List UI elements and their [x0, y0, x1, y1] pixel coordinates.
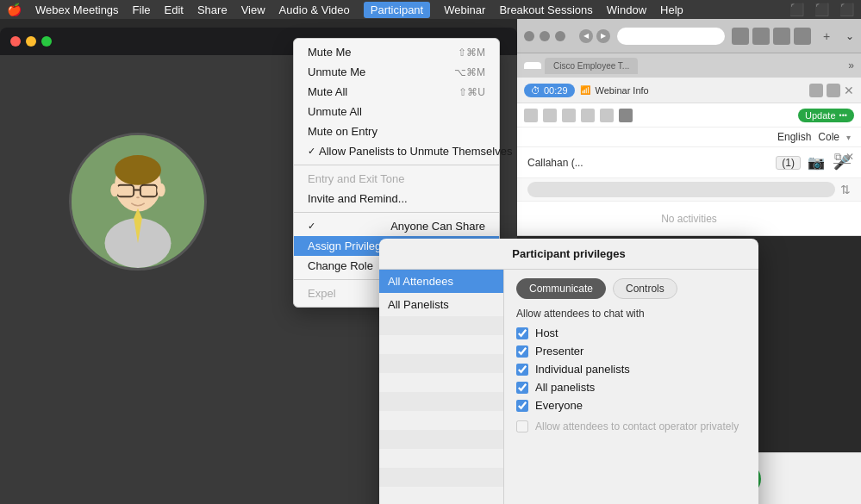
webinar-timer: 00:29	[544, 85, 568, 96]
tab-communicate[interactable]: Communicate	[516, 278, 606, 299]
menubar-edit[interactable]: Edit	[165, 3, 184, 16]
no-activities-area: No activities	[517, 202, 861, 235]
browser-icon-4[interactable]	[794, 28, 811, 45]
menu-item-unmute-me[interactable]: Unmute Me ⌥⌘M	[294, 62, 499, 82]
checkbox-everyone: Everyone	[516, 399, 746, 412]
browser-tab-cisco[interactable]: Cisco Employee T...	[545, 58, 638, 74]
menubar-participant[interactable]: Participant	[364, 2, 430, 18]
list-item-all-panelists[interactable]: All Panelists	[379, 293, 503, 316]
close-button[interactable]	[10, 36, 21, 47]
browser-icon-2[interactable]	[752, 28, 770, 45]
menubar-view[interactable]: View	[241, 3, 265, 16]
checkbox-contact-operator-label: Allow attendees to contact operator priv…	[535, 420, 739, 432]
bar-icon-4[interactable]	[581, 109, 595, 122]
list-item-empty-5	[379, 392, 503, 411]
menubar-webinar[interactable]: Webinar	[444, 3, 485, 16]
avatar-image	[72, 135, 204, 268]
bar-icon-2[interactable]	[543, 109, 557, 122]
control-icon-1[interactable]	[809, 84, 823, 97]
menu-item-mute-on-entry[interactable]: Mute on Entry	[294, 121, 499, 141]
menubar-share[interactable]: Share	[197, 3, 228, 16]
list-item-empty-7	[379, 430, 503, 449]
menubar-file[interactable]: File	[133, 3, 151, 16]
browser-icon-g[interactable]	[732, 28, 749, 45]
main-area: Mute Me ⇧⌘M Unmute Me ⌥⌘M Mute All ⇧⌘U U…	[0, 19, 861, 504]
menubar-audio-video[interactable]: Audio & Video	[279, 3, 350, 16]
checkbox-presenter-label: Presenter	[535, 345, 583, 358]
panel-action-icons: ⧉ ✕	[834, 151, 854, 163]
menu-bar: 🍎 Webex Meetings File Edit Share View Au…	[0, 0, 861, 19]
webinar-topbar: ◀ ▶ + ⌄	[517, 19, 861, 53]
checkbox-host-input[interactable]	[516, 327, 528, 339]
menu-item-unmute-me-label: Unmute Me	[308, 65, 365, 78]
address-bar[interactable]	[617, 28, 725, 45]
menubar-breakout[interactable]: Breakout Sessions	[499, 3, 592, 16]
menu-item-mute-me-shortcut: ⇧⌘M	[458, 47, 485, 59]
expand-icon[interactable]: ⌄	[845, 30, 854, 42]
checkbox-everyone-input[interactable]	[516, 400, 528, 412]
callahan-row: Callahan (... (1) 📷 🎤 ⧉ ✕	[517, 147, 861, 178]
menu-item-mute-all[interactable]: Mute All ⇧⌘U	[294, 82, 499, 102]
bar-icon-6[interactable]	[619, 109, 633, 122]
language-label: English	[777, 131, 811, 143]
close-icon[interactable]: ✕	[845, 151, 854, 163]
menubar-help[interactable]: Help	[660, 3, 683, 16]
menu-item-change-role-label: Change Role	[308, 259, 373, 272]
browser-minimize[interactable]	[540, 31, 550, 41]
menu-item-entry-exit-tone: Entry and Exit Tone	[294, 169, 499, 189]
menu-item-invite-remind[interactable]: Invite and Remind...	[294, 189, 499, 208]
checkbox-all-panelists-input[interactable]	[516, 382, 528, 394]
camera-icon[interactable]: 📷	[808, 154, 825, 171]
forward-icon[interactable]: ▶	[596, 29, 610, 43]
menu-item-anyone-share-label: Anyone Can Share	[390, 220, 485, 233]
participant-count: (1)	[776, 156, 801, 170]
apple-menu[interactable]: 🍎	[7, 3, 22, 16]
menu-item-allow-unmute[interactable]: ✓ Allow Panelists to Unmute Themselves	[294, 141, 499, 161]
checkbox-presenter-input[interactable]	[516, 345, 528, 358]
close-panel-icon[interactable]: ✕	[844, 84, 854, 97]
browser-icon-3[interactable]	[773, 28, 790, 45]
user-name[interactable]: Cole	[818, 131, 839, 143]
plus-tab-icon[interactable]: +	[818, 28, 835, 45]
webex-right-controls: ✕	[809, 84, 854, 97]
sort-bar: ⇅	[517, 178, 861, 202]
list-item-empty-2	[379, 335, 503, 354]
checkbox-individual-panelists-input[interactable]	[516, 364, 528, 376]
bar-icon-5[interactable]	[600, 109, 614, 122]
menu-item-mute-me[interactable]: Mute Me ⇧⌘M	[294, 42, 499, 62]
search-bar[interactable]	[527, 182, 835, 197]
menu-item-anyone-share[interactable]: ✓ Anyone Can Share	[294, 216, 499, 236]
tabs-expand-icon[interactable]: »	[848, 59, 854, 72]
checkbox-everyone-label: Everyone	[535, 399, 583, 412]
maximize-button[interactable]	[41, 36, 52, 47]
cisco-tab-label: Cisco Employee T...	[553, 61, 629, 71]
bar-icon-1[interactable]	[524, 109, 538, 122]
update-btn[interactable]: Update •••	[798, 109, 854, 122]
menu-separator-1	[294, 165, 499, 165]
back-icon[interactable]: ◀	[579, 29, 593, 43]
menu-item-invite-remind-label: Invite and Remind...	[308, 192, 408, 205]
timer-icon: ⏱	[531, 85, 540, 96]
list-item-all-attendees[interactable]: All Attendees	[379, 270, 503, 293]
popout-icon[interactable]: ⧉	[834, 151, 842, 163]
wifi-icon: 📶	[580, 85, 590, 95]
browser-close[interactable]	[524, 31, 534, 41]
browser-nav-icons: ◀ ▶	[579, 29, 610, 43]
tab-controls[interactable]: Controls	[613, 278, 677, 299]
menubar-webex[interactable]: Webex Meetings	[35, 3, 119, 16]
user-chevron[interactable]: ▾	[846, 133, 851, 142]
browser-tab-active[interactable]	[524, 62, 541, 69]
minimize-button[interactable]	[26, 36, 36, 47]
sort-icon[interactable]: ⇅	[840, 183, 851, 196]
menubar-window[interactable]: Window	[607, 3, 646, 16]
control-icon-2[interactable]	[827, 84, 840, 97]
browser-maximize[interactable]	[555, 31, 565, 41]
menu-item-unmute-all[interactable]: Unmute All	[294, 102, 499, 121]
menu-item-entry-exit-label: Entry and Exit Tone	[308, 172, 405, 185]
checkbox-host: Host	[516, 327, 746, 339]
dialog-title: Participant privileges	[379, 239, 758, 270]
dialog-tabs: Communicate Controls	[516, 278, 746, 299]
list-item-empty-4	[379, 373, 503, 392]
menu-item-mute-all-label: Mute All	[308, 85, 347, 98]
bar-icon-3[interactable]	[562, 109, 576, 122]
